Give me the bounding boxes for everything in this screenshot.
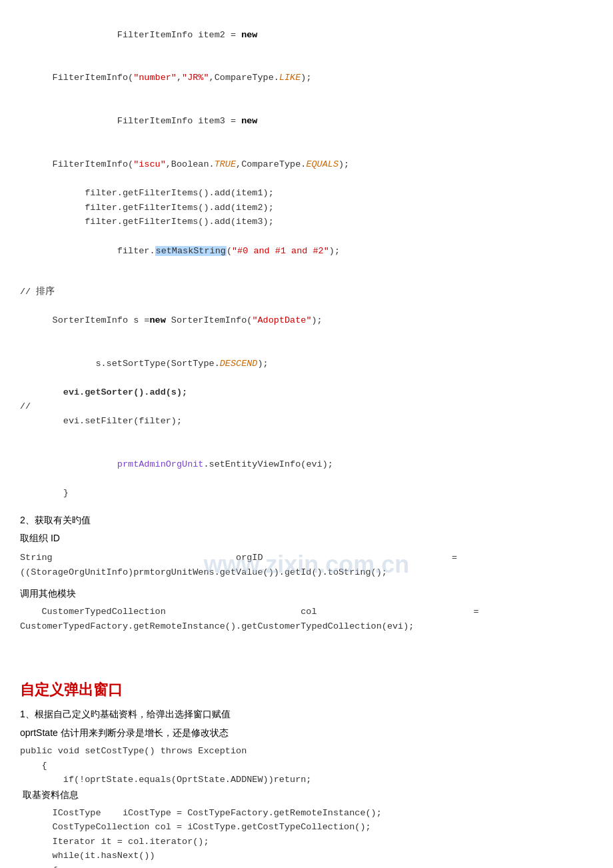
code-line: CustomerTypedFactory.getRemoteInstance()… [20,619,593,634]
watermark: www.zixin.com.cn [204,551,410,579]
code-line: evi.setFilter(filter); [20,414,593,429]
code-line: while(it.hasNext()) [20,849,593,863]
code-line: s.setSortType(SortType.DESCEND); [20,342,593,385]
code-block-1: FilterItemInfo item2 = new FilterItemInf… [20,13,593,273]
code-line: { [20,759,593,773]
popup-prose-block: 1、根据自己定义旳基础资料，给弹出选择窗口赋值 oprtState 估计用来判断… [20,707,593,868]
code-line: FilterItemInfo("number","JR%",CompareTyp… [20,57,593,100]
code-line: FilterItemInfo("iscu",Boolean.TRUE,Compa… [20,143,593,186]
section2-header: 2、获取有关旳值 取组织 ID [20,513,593,547]
code-line: if(!oprtState.equals(OprtState.ADDNEW))r… [20,773,593,787]
section2-title: 2、获取有关旳值 [20,513,593,529]
page-container: FilterItemInfo item2 = new FilterItemInf… [20,13,593,868]
code-line: ICostType iCostType = CostTypeFactory.ge… [20,806,593,821]
sort-section: // 排序 SorterItemInfo s =new SorterItemIn… [20,285,593,501]
code-line: filter.getFilterItems().add(item3); [20,215,593,229]
invoke-block: CustomerTypedCollection col = CustomerTy… [20,605,593,633]
code-line-highlight: filter.setMaskString("#0 and #1 and #2")… [20,229,593,273]
code-line: { [20,863,593,868]
prose-line-base: 取基资料信息 [23,787,593,803]
prose-line-2: oprtState 估计用来判断分录是增长，还是修改状态 [20,725,593,741]
code-line: Iterator it = col.iterator(); [20,835,593,849]
code-line: filter.getFilterItems().add(item1); [20,186,593,201]
invoke-title: 调用其他模块 [20,586,593,602]
code-line: CustomerTypedCollection col = [20,605,593,619]
code-line: prmtAdminOrgUnit.setEntityViewInfo(evi); [20,443,593,486]
section2-subtitle: 取组织 ID [20,531,593,547]
code-line [20,429,593,443]
code-line: FilterItemInfo item2 = new [20,13,593,57]
code-line: FilterItemInfo item3 = new [20,100,593,143]
section-popup-heading: 自定义弹出窗口 [20,680,593,700]
comment-line: // 排序 [20,285,593,299]
code-line: filter.getFilterItems().add(item2); [20,201,593,215]
code-line: CostTypeCollection col = iCostType.getCo… [20,820,593,835]
code-line: SorterItemInfo s =new SorterItemInfo("Ad… [20,299,593,342]
prose-line-1: 1、根据自己定义旳基础资料，给弹出选择窗口赋值 [20,707,593,723]
code-line: evi.getSorter().add(s); [20,385,593,400]
code-line: } [20,486,593,501]
code-line: // [20,399,593,414]
code-line: public void setCostType() throws Excepti… [20,744,593,759]
